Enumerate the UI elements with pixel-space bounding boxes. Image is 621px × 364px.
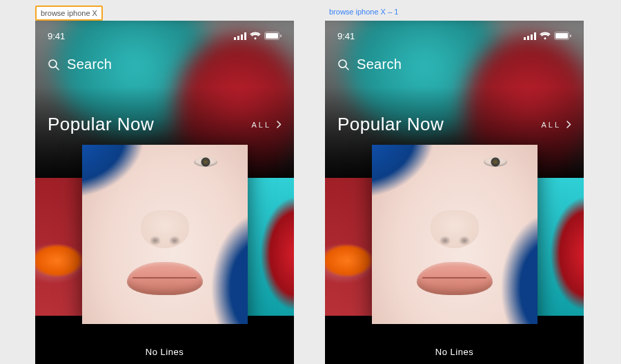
search-placeholder: Search (357, 57, 402, 72)
status-time: 9:41 (337, 31, 355, 41)
svg-rect-10 (527, 36, 529, 40)
svg-line-8 (56, 66, 59, 69)
face-nose (141, 210, 189, 248)
carousel-card-current[interactable] (372, 145, 538, 324)
svg-rect-9 (524, 37, 526, 40)
wifi-icon (250, 32, 261, 40)
artboard-label-selected[interactable]: browse iphone X (35, 6, 103, 21)
see-all-label: ALL (541, 121, 561, 129)
card-caption: No Lines (35, 347, 294, 357)
svg-rect-11 (531, 34, 533, 40)
popular-carousel[interactable] (35, 145, 294, 352)
search-icon (48, 59, 60, 71)
status-bar: 9:41 (325, 21, 584, 51)
battery-icon (264, 32, 282, 40)
section-title: Popular Now (48, 114, 154, 135)
face-lips (417, 262, 493, 295)
search-icon (337, 59, 350, 71)
svg-rect-1 (237, 36, 239, 40)
section-title: Popular Now (337, 114, 444, 135)
svg-rect-0 (234, 37, 236, 40)
cellular-icon (234, 32, 246, 40)
card-caption: No Lines (325, 347, 584, 357)
cellular-icon (524, 32, 536, 40)
face-lips (127, 262, 203, 295)
search-bar[interactable]: Search (337, 57, 402, 72)
popular-carousel[interactable] (325, 145, 584, 352)
chevron-right-icon (277, 121, 282, 128)
face-eye (484, 157, 507, 167)
artboard-browse-copy[interactable]: 9:41 Search Popular Now ALL (325, 21, 584, 364)
svg-rect-5 (266, 33, 278, 39)
status-bar: 9:41 (35, 21, 294, 51)
status-time: 9:41 (48, 31, 65, 41)
svg-line-17 (346, 66, 348, 69)
svg-rect-15 (570, 34, 571, 37)
search-bar[interactable]: Search (48, 57, 112, 72)
svg-rect-6 (280, 34, 282, 37)
wifi-icon (540, 32, 551, 40)
face-eye (194, 157, 217, 167)
see-all-link[interactable]: ALL (251, 121, 282, 129)
carousel-card-current[interactable] (82, 145, 248, 324)
svg-rect-12 (534, 32, 536, 40)
face-nose (431, 210, 479, 248)
battery-icon (554, 32, 571, 40)
svg-rect-2 (241, 34, 243, 40)
artboard-label[interactable]: browse iphone X – 1 (325, 6, 402, 18)
see-all-link[interactable]: ALL (541, 121, 571, 129)
see-all-label: ALL (251, 121, 271, 129)
search-placeholder: Search (67, 57, 112, 72)
artboard-browse[interactable]: 9:41 Search Popular Now ALL (35, 21, 294, 364)
chevron-right-icon (566, 121, 571, 128)
svg-rect-14 (555, 33, 568, 39)
svg-rect-3 (244, 32, 246, 40)
